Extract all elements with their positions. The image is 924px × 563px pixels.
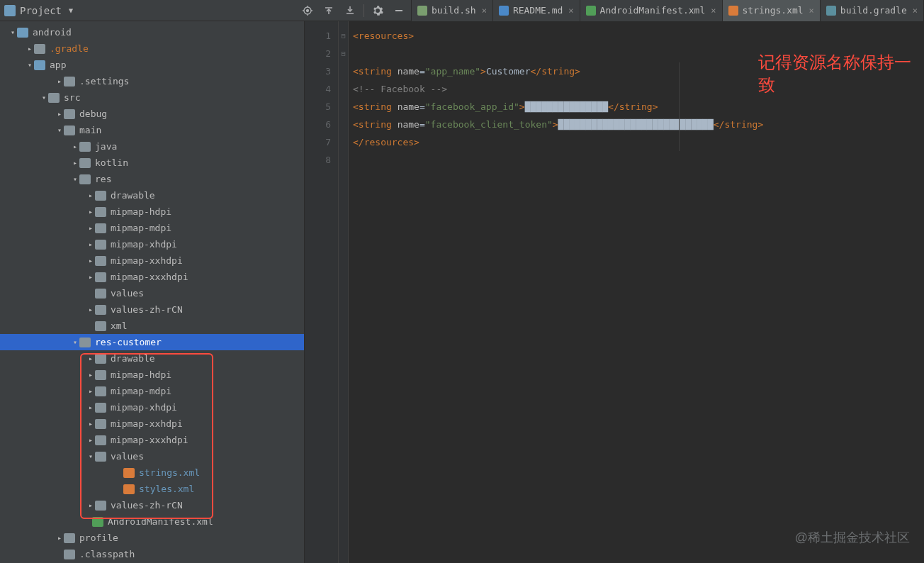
tab-build-gradle[interactable]: build.gradle× bbox=[821, 0, 924, 21]
tree-node-profile[interactable]: ▸profile bbox=[0, 530, 304, 546]
tree-arrow-icon[interactable]: ▸ bbox=[86, 208, 95, 216]
tree-arrow-icon[interactable]: ▸ bbox=[86, 240, 95, 248]
module-icon bbox=[17, 28, 28, 38]
tree-node-mipmap-xxxhdpi[interactable]: ▸mipmap-xxxhdpi bbox=[0, 432, 304, 448]
tree-node-xml[interactable]: ▸xml bbox=[0, 318, 304, 334]
tree-node-mipmap-xhdpi[interactable]: ▸mipmap-xhdpi bbox=[0, 399, 304, 416]
target-icon[interactable] bbox=[300, 3, 315, 18]
folder-icon bbox=[95, 207, 106, 217]
tree-arrow-icon[interactable]: ▾ bbox=[26, 61, 34, 69]
tree-arrow-icon[interactable]: ▸ bbox=[86, 306, 95, 313]
tree-node-java[interactable]: ▸java bbox=[0, 138, 304, 155]
tree-arrow-icon[interactable]: ▸ bbox=[86, 403, 95, 411]
fold-stripe[interactable]: ⊟⊟ bbox=[339, 21, 349, 563]
tab-strings-xml[interactable]: strings.xml× bbox=[723, 0, 821, 21]
tree-node--settings[interactable]: ▸.settings bbox=[0, 73, 304, 89]
tree-node-app[interactable]: ▾app bbox=[0, 57, 304, 73]
tree-node-main[interactable]: ▾main bbox=[0, 122, 304, 138]
tree-node-mipmap-xxhdpi[interactable]: ▸mipmap-xxhdpi bbox=[0, 252, 304, 269]
tree-node-android[interactable]: ▾android bbox=[0, 24, 304, 40]
folder-icon bbox=[64, 77, 75, 87]
tree-node-AndroidManifest-xml[interactable]: ▸AndroidManifest.xml bbox=[0, 513, 304, 530]
tree-node-drawable[interactable]: ▸drawable bbox=[0, 187, 304, 204]
tree-node-values-zh-rCN[interactable]: ▸values-zh-rCN bbox=[0, 497, 304, 513]
tree-arrow-icon[interactable]: ▸ bbox=[86, 355, 95, 362]
tree-node-mipmap-mdpi[interactable]: ▸mipmap-mdpi bbox=[0, 220, 304, 236]
file-icon bbox=[586, 6, 596, 16]
project-selector[interactable]: Project ▼ bbox=[0, 5, 73, 16]
tree-arrow-icon[interactable]: ▸ bbox=[26, 45, 34, 52]
close-icon[interactable]: × bbox=[913, 6, 918, 16]
tree-label: profile bbox=[79, 533, 118, 543]
tree-arrow-icon[interactable]: ▸ bbox=[86, 273, 95, 281]
code-area[interactable]: <resources> <string name="app_name">Cust… bbox=[349, 21, 924, 563]
minimize-icon[interactable] bbox=[391, 3, 407, 18]
tree-node-mipmap-xxhdpi[interactable]: ▸mipmap-xxhdpi bbox=[0, 416, 304, 432]
tree-node-mipmap-xhdpi[interactable]: ▸mipmap-xhdpi bbox=[0, 236, 304, 252]
close-icon[interactable]: × bbox=[482, 6, 487, 16]
tree-node-src[interactable]: ▾src bbox=[0, 89, 304, 106]
close-icon[interactable]: × bbox=[711, 6, 716, 16]
line-number: 3 bbox=[305, 62, 331, 80]
tree-node--gradle[interactable]: ▸.gradle bbox=[0, 40, 304, 57]
tree-arrow-icon[interactable]: ▸ bbox=[86, 257, 95, 264]
project-label: Project bbox=[20, 5, 62, 16]
tree-node-values-zh-rCN[interactable]: ▸values-zh-rCN bbox=[0, 301, 304, 318]
tab-README-md[interactable]: README.md× bbox=[493, 0, 580, 21]
folder-icon bbox=[95, 272, 106, 282]
tree-label: values bbox=[111, 288, 144, 299]
tree-node-strings-xml[interactable]: ▸strings.xml bbox=[0, 464, 304, 481]
tree-node-mipmap-hdpi[interactable]: ▸mipmap-hdpi bbox=[0, 204, 304, 220]
tree-arrow-icon[interactable]: ▾ bbox=[55, 126, 64, 134]
gear-icon[interactable] bbox=[370, 3, 385, 18]
tree-node-values[interactable]: ▸values bbox=[0, 285, 304, 301]
folder-icon bbox=[95, 256, 106, 266]
line-number: 8 bbox=[305, 151, 331, 169]
tree-node-styles-xml[interactable]: ▸styles.xml bbox=[0, 481, 304, 497]
tree-node--classpath[interactable]: ▸.classpath bbox=[0, 546, 304, 562]
tree-arrow-icon[interactable]: ▸ bbox=[86, 371, 95, 379]
tree-arrow-icon[interactable]: ▸ bbox=[86, 420, 95, 428]
folder-icon bbox=[95, 370, 106, 380]
tree-arrow-icon[interactable]: ▸ bbox=[86, 501, 95, 509]
close-icon[interactable]: × bbox=[568, 6, 573, 16]
tree-node-mipmap-mdpi[interactable]: ▸mipmap-mdpi bbox=[0, 383, 304, 399]
tree-label: debug bbox=[79, 108, 107, 119]
tree-arrow-icon[interactable]: ▸ bbox=[86, 387, 95, 395]
tree-arrow-icon[interactable]: ▸ bbox=[86, 224, 95, 232]
collapse-icon[interactable] bbox=[342, 3, 358, 18]
tree-label: .classpath bbox=[79, 549, 135, 559]
tree-arrow-icon[interactable]: ▾ bbox=[71, 338, 79, 346]
file-icon bbox=[826, 6, 836, 16]
tree-node-mipmap-hdpi[interactable]: ▸mipmap-hdpi bbox=[0, 367, 304, 383]
tree-node-debug[interactable]: ▸debug bbox=[0, 106, 304, 122]
tree-arrow-icon[interactable]: ▾ bbox=[71, 175, 79, 183]
tree-arrow-icon[interactable]: ▸ bbox=[55, 77, 64, 85]
tree-node-res[interactable]: ▾res bbox=[0, 171, 304, 187]
expand-icon[interactable] bbox=[321, 3, 337, 18]
tree-arrow-icon[interactable]: ▸ bbox=[55, 110, 64, 118]
tree-label: mipmap-xxhdpi bbox=[111, 255, 183, 266]
tree-node-kotlin[interactable]: ▸kotlin bbox=[0, 155, 304, 171]
tree-arrow-icon[interactable]: ▸ bbox=[71, 143, 79, 150]
tree-node-res-customer[interactable]: ▾res-customer bbox=[0, 334, 304, 350]
tab-build-sh[interactable]: build.sh× bbox=[412, 0, 493, 21]
tree-node-values[interactable]: ▾values bbox=[0, 448, 304, 464]
project-tree[interactable]: ▾android▸.gradle▾app▸.settings▾src▸debug… bbox=[0, 21, 304, 562]
tree-arrow-icon[interactable]: ▸ bbox=[71, 159, 79, 167]
tree-label: mipmap-hdpi bbox=[111, 206, 171, 217]
tree-label: mipmap-xxhdpi bbox=[111, 418, 183, 429]
tree-label: main bbox=[79, 125, 101, 135]
tree-arrow-icon[interactable]: ▾ bbox=[9, 28, 17, 36]
tree-arrow-icon[interactable]: ▾ bbox=[40, 94, 48, 101]
tree-arrow-icon[interactable]: ▸ bbox=[55, 534, 64, 542]
tree-arrow-icon[interactable]: ▸ bbox=[86, 436, 95, 444]
tree-node-drawable[interactable]: ▸drawable bbox=[0, 350, 304, 367]
close-icon[interactable]: × bbox=[809, 6, 814, 16]
code-editor[interactable]: 12345678 ⊟⊟ <resources> <string name="ap… bbox=[305, 21, 924, 563]
tree-arrow-icon[interactable]: ▾ bbox=[86, 452, 95, 460]
tree-node-mipmap-xxxhdpi[interactable]: ▸mipmap-xxxhdpi bbox=[0, 269, 304, 285]
tab-AndroidManifest-xml[interactable]: AndroidManifest.xml× bbox=[580, 0, 723, 21]
tree-arrow-icon[interactable]: ▸ bbox=[86, 191, 95, 199]
line-number: 5 bbox=[305, 98, 331, 116]
